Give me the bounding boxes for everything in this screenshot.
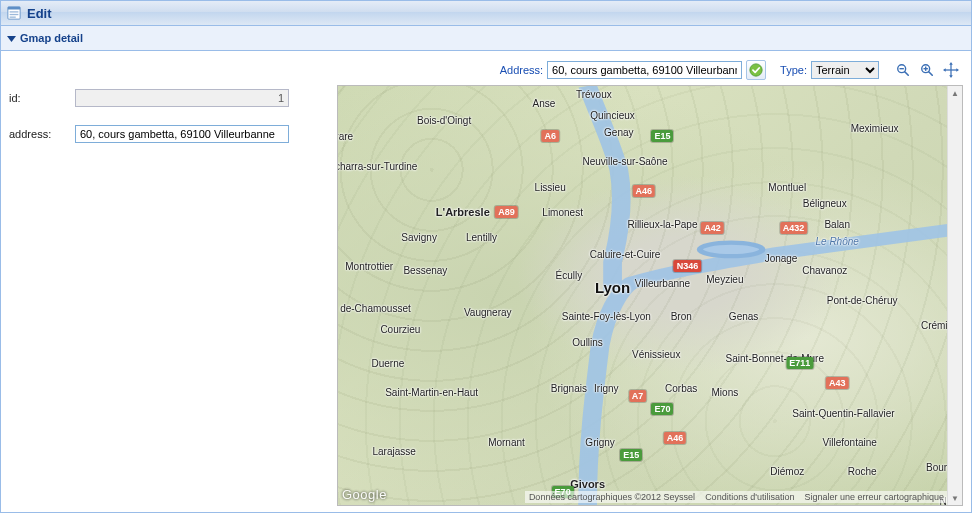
svg-rect-2	[10, 11, 19, 12]
form-pane: id: address:	[9, 59, 329, 506]
zoom-out-button[interactable]	[893, 60, 913, 80]
map-copyright: Données cartographiques ©2012 Seyssel	[529, 492, 695, 502]
collapse-icon[interactable]	[7, 34, 16, 43]
move-icon	[943, 62, 959, 78]
edit-window: Edit Gmap detail id: address: Address:	[0, 0, 972, 513]
svg-rect-1	[8, 7, 20, 10]
svg-point-6	[750, 64, 762, 76]
zoom-in-icon	[920, 63, 934, 77]
panel-title: Gmap detail	[20, 32, 83, 44]
toolbar-type-label: Type:	[780, 64, 807, 76]
map[interactable]: Le Rhône LyonVilleurbanneCaluire-et-Cuir…	[337, 85, 963, 506]
zoom-in-button[interactable]	[917, 60, 937, 80]
id-field	[75, 89, 289, 107]
scroll-down-button[interactable]: ▼	[948, 491, 962, 505]
id-label: id:	[9, 92, 75, 104]
svg-rect-3	[10, 14, 19, 15]
svg-line-8	[905, 72, 909, 76]
map-vertical-scrollbar[interactable]: ▲ ▼	[947, 86, 962, 505]
address-label: address:	[9, 128, 75, 140]
address-field[interactable]	[75, 125, 289, 143]
svg-marker-5	[7, 36, 16, 42]
check-icon	[749, 63, 763, 77]
scroll-up-button[interactable]: ▲	[948, 86, 962, 100]
zoom-out-icon	[896, 63, 910, 77]
svg-line-11	[929, 72, 933, 76]
toolbar-address-label: Address:	[500, 64, 543, 76]
form-icon	[7, 6, 21, 20]
window-title: Edit	[27, 6, 52, 21]
address-confirm-button[interactable]	[746, 60, 766, 80]
panel-header[interactable]: Gmap detail	[1, 26, 971, 51]
map-type-select[interactable]: RoadmapSatelliteHybridTerrain	[811, 61, 879, 79]
map-terrain-layer	[338, 86, 962, 505]
map-pane: Address: Type: RoadmapSatelliteHybridTer…	[337, 59, 963, 506]
pan-button[interactable]	[941, 60, 961, 80]
map-toolbar: Address: Type: RoadmapSatelliteHybridTer…	[337, 59, 963, 85]
map-report-link[interactable]: Signaler une erreur cartographique	[804, 492, 944, 502]
map-terms-link[interactable]: Conditions d'utilisation	[705, 492, 794, 502]
panel-body: id: address: Address: Type:	[1, 51, 971, 513]
svg-rect-4	[10, 17, 16, 18]
map-attribution: Données cartographiques ©2012 Seyssel Co…	[525, 491, 948, 503]
toolbar-address-input[interactable]	[547, 61, 742, 79]
titlebar: Edit	[1, 1, 971, 26]
